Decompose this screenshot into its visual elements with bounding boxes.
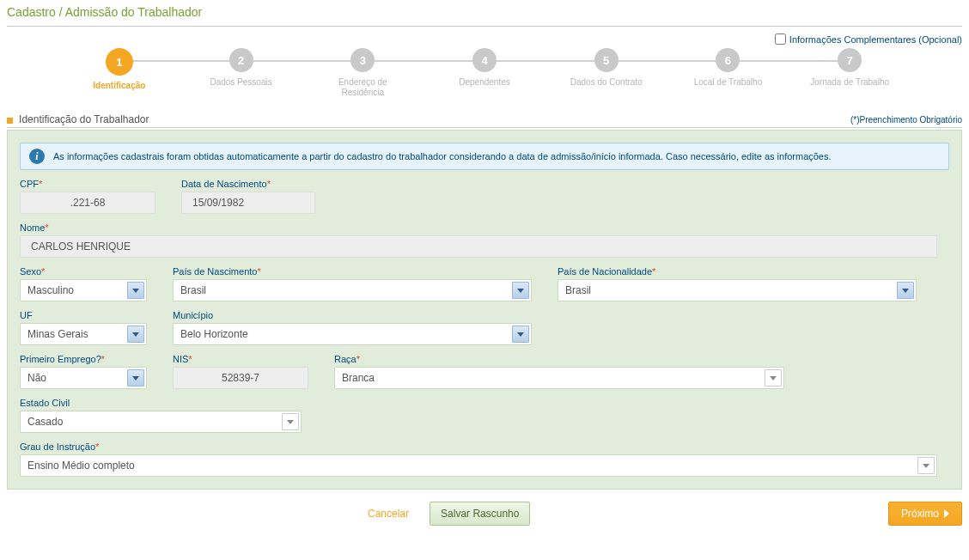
pais-nasc-select[interactable]: Brasil: [173, 279, 532, 301]
step-circle: 6: [716, 48, 740, 72]
chevron-down-icon: [917, 457, 935, 474]
save-draft-button[interactable]: Salvar Rascunho: [430, 502, 530, 526]
step-circle: 2: [229, 48, 253, 72]
chevron-down-icon: [897, 282, 914, 299]
step-label: Dados do Contrato: [570, 77, 643, 88]
pais-nac-select[interactable]: Brasil: [558, 279, 917, 301]
chevron-down-icon: [127, 369, 144, 387]
step-contrato[interactable]: 5 Dados do Contrato: [545, 48, 667, 88]
sexo-select[interactable]: Masculino: [20, 279, 147, 301]
pais-nac-label: País de Nacionalidade*: [558, 266, 917, 277]
optional-info-input[interactable]: [775, 33, 786, 45]
estado-civil-label: Estado Civil: [20, 398, 302, 408]
step-line: [363, 60, 484, 62]
nome-label: Nome*: [20, 222, 949, 233]
chevron-down-icon: [127, 282, 144, 299]
section-bullet-icon: [7, 118, 13, 124]
step-label: Dados Pessoais: [210, 77, 271, 88]
step-line: [728, 60, 850, 62]
step-label: Endereço de Residência: [320, 77, 405, 98]
chevron-down-icon: [765, 369, 782, 387]
step-circle: 1: [106, 48, 133, 76]
section-title: Identificação do Trabalhador: [19, 113, 149, 125]
chevron-down-icon: [127, 326, 144, 343]
step-circle: 7: [838, 48, 862, 72]
section-header: Identificação do Trabalhador (*)Preenchi…: [7, 113, 962, 128]
step-line: [606, 60, 728, 62]
raca-label: Raça*: [334, 354, 784, 364]
step-circle: 3: [350, 48, 375, 72]
step-label: Dependentes: [459, 77, 510, 88]
footer: Cancelar Salvar Rascunho Próximo: [7, 490, 962, 534]
primeiro-emprego-label: Primeiro Emprego?*: [20, 354, 147, 364]
stepper: 1 Identificação 2 Dados Pessoais 3 Ender…: [7, 46, 962, 113]
next-button[interactable]: Próximo: [888, 502, 962, 526]
cancel-button[interactable]: Cancelar: [368, 508, 409, 520]
chevron-down-icon: [512, 326, 529, 343]
cpf-label: CPF*: [20, 179, 155, 189]
step-jornada[interactable]: 7 Jornada de Trabalho: [789, 48, 911, 88]
pais-nasc-label: País de Nascimento*: [173, 266, 532, 277]
nome-input: CARLOS HENRIQUE: [20, 235, 937, 258]
next-label: Próximo: [901, 508, 939, 520]
step-dependentes[interactable]: 4 Dependentes: [424, 48, 545, 88]
step-identificacao[interactable]: 1 Identificação: [58, 48, 180, 91]
municipio-select[interactable]: Belo Horizonte: [173, 323, 532, 345]
info-message: As informações cadastrais foram obtidas …: [53, 151, 832, 161]
step-label: Local de Trabalho: [694, 77, 763, 88]
step-line: [484, 60, 606, 62]
uf-label: UF: [20, 310, 147, 320]
optional-info-checkbox[interactable]: Informações Complementares (Opcional): [775, 33, 962, 45]
chevron-down-icon: [512, 282, 529, 299]
step-line: [241, 60, 363, 62]
data-nasc-input: 15/09/1982: [181, 192, 315, 214]
nis-label: NIS*: [173, 354, 308, 364]
step-line: [119, 60, 241, 62]
primeiro-emprego-select[interactable]: Não: [20, 367, 147, 389]
chevron-down-icon: [282, 413, 299, 430]
municipio-label: Município: [173, 310, 532, 320]
sexo-label: Sexo*: [20, 266, 147, 277]
grau-instrucao-select[interactable]: Ensino Médio completo: [20, 454, 937, 477]
raca-select[interactable]: Branca: [334, 367, 784, 389]
info-icon: i: [29, 149, 45, 164]
uf-select[interactable]: Minas Gerais: [20, 323, 147, 345]
data-nasc-label: Data de Nascimento*: [181, 179, 315, 189]
step-label: Identificação: [93, 81, 145, 91]
step-dados-pessoais[interactable]: 2 Dados Pessoais: [180, 48, 302, 88]
cpf-input: .221-68: [20, 192, 155, 214]
step-label: Jornada de Trabalho: [810, 77, 889, 88]
step-local[interactable]: 6 Local de Trabalho: [667, 48, 789, 88]
required-note: (*)Preenchimento Obrigatório: [850, 115, 962, 125]
optional-info-label: Informações Complementares (Opcional): [789, 34, 962, 45]
nis-input: 52839-7: [173, 367, 308, 389]
page-title: Cadastro / Admissão do Trabalhador: [7, 0, 962, 27]
estado-civil-select[interactable]: Casado: [20, 411, 302, 433]
chevron-right-icon: [944, 509, 949, 518]
step-circle: 4: [472, 48, 497, 72]
step-endereco[interactable]: 3 Endereço de Residência: [302, 48, 424, 98]
grau-instrucao-label: Grau de Instrução*: [20, 441, 949, 452]
form-panel: i As informações cadastrais foram obtida…: [7, 130, 962, 490]
step-circle: 5: [594, 48, 619, 72]
info-box: i As informações cadastrais foram obtida…: [20, 143, 949, 170]
